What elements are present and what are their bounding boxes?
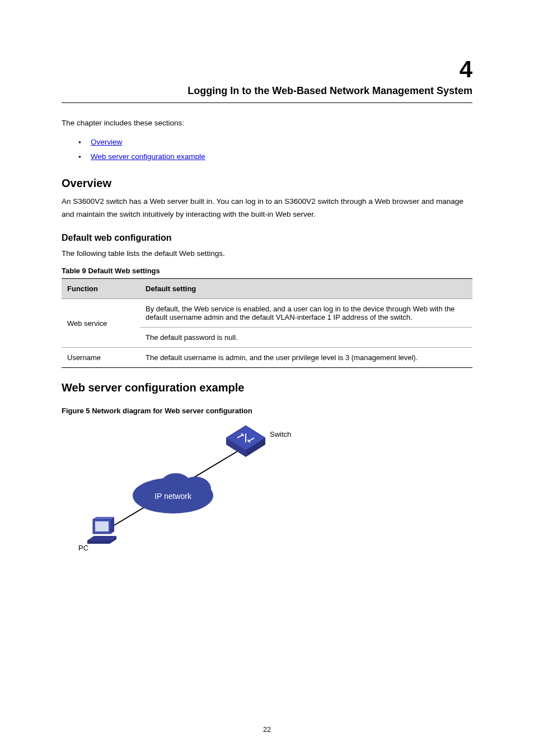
table-header-row: Function Default setting bbox=[62, 279, 472, 299]
svg-point-3 bbox=[161, 473, 190, 493]
section-heading-overview: Overview bbox=[62, 177, 472, 190]
subsection-heading-default-web: Default web configuration bbox=[62, 233, 472, 243]
switch-label: Switch bbox=[270, 430, 291, 438]
chapter-number: 4 bbox=[62, 56, 472, 83]
toc-list: Overview Web server configuration exampl… bbox=[62, 135, 472, 164]
table-row: Web service By default, the Web service … bbox=[62, 299, 472, 328]
svg-rect-13 bbox=[95, 521, 109, 531]
network-diagram: IP network Switch bbox=[58, 417, 305, 557]
table-cell-category: Username bbox=[62, 348, 140, 368]
page-number: 22 bbox=[0, 726, 534, 734]
default-web-paragraph: The following table lists the default We… bbox=[62, 248, 472, 260]
table-caption: Table 9 Default Web settings bbox=[62, 267, 472, 275]
table-cell-value: By default, the Web service is enabled, … bbox=[140, 299, 472, 328]
section-heading-example: Web server configuration example bbox=[62, 381, 472, 394]
pc-icon: PC bbox=[78, 517, 116, 552]
svg-marker-8 bbox=[87, 540, 110, 544]
table-row: Username The default username is admin, … bbox=[62, 348, 472, 368]
diagram-svg: IP network Switch bbox=[58, 417, 305, 557]
pc-label: PC bbox=[78, 544, 88, 552]
cloud-label: IP network bbox=[154, 492, 192, 501]
default-settings-table: Function Default setting Web service By … bbox=[62, 278, 472, 368]
toc-link-web-server-example[interactable]: Web server configuration example bbox=[62, 150, 472, 164]
toc-link-overview[interactable]: Overview bbox=[62, 135, 472, 150]
title-rule bbox=[62, 102, 472, 103]
svg-marker-11 bbox=[111, 517, 114, 534]
cloud-icon: IP network bbox=[133, 473, 213, 514]
page-container: 4 Logging In to the Web-Based Network Ma… bbox=[0, 0, 534, 756]
chapter-title: Logging In to the Web-Based Network Mana… bbox=[62, 85, 472, 97]
figure-caption: Figure 5 Network diagram for Web server … bbox=[62, 407, 472, 415]
table-cell-category: Web service bbox=[62, 299, 140, 348]
table-cell-value: The default password is null. bbox=[140, 328, 472, 348]
table-header-default: Default setting bbox=[140, 279, 472, 299]
table-cell-value: The default username is admin, and the u… bbox=[140, 348, 472, 368]
table-header-function: Function bbox=[62, 279, 140, 299]
svg-marker-12 bbox=[93, 517, 114, 519]
overview-paragraph: An S3600V2 switch has a Web server built… bbox=[62, 195, 472, 221]
intro-text: The chapter includes these sections: bbox=[62, 119, 472, 127]
